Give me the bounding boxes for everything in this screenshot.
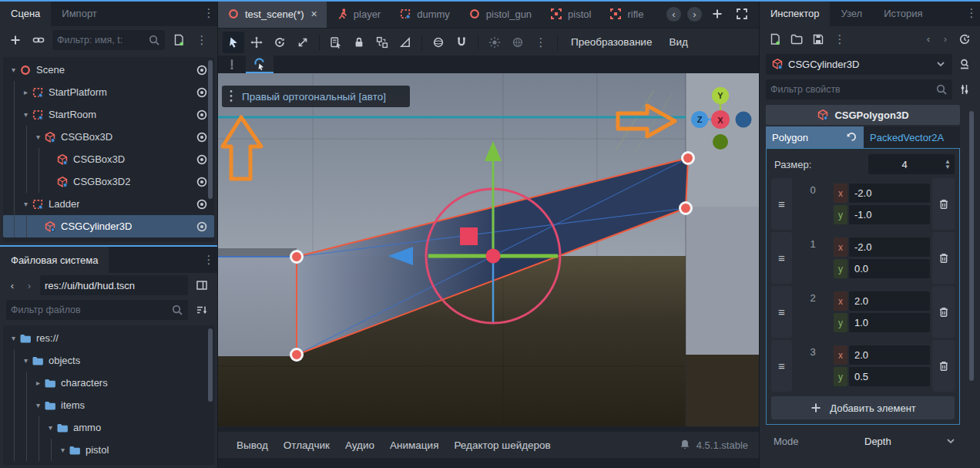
bottom-panel-отладчик[interactable]: Отладчик <box>276 432 337 458</box>
subtab-edit-mode[interactable] <box>246 56 274 73</box>
point-y-value[interactable]: 0.5 <box>849 367 930 386</box>
scene-tree-menu-icon[interactable]: ⋮ <box>193 31 211 49</box>
next-scene-tab-icon[interactable]: › <box>687 7 702 22</box>
list-select-tool-button[interactable] <box>325 32 347 53</box>
visibility-eye-icon[interactable] <box>196 153 208 166</box>
mode-value[interactable]: Depth <box>864 436 945 447</box>
tab-filesystem[interactable]: Файловая система <box>0 247 109 273</box>
delete-point-button[interactable] <box>932 286 955 338</box>
history-forward-icon[interactable]: › <box>938 30 952 49</box>
add-element-button[interactable]: Добавить элемент <box>771 396 955 419</box>
sun-settings-button[interactable] <box>484 32 505 53</box>
scale-tool-button[interactable] <box>292 32 314 53</box>
scene-tab-player[interactable]: player <box>327 0 390 28</box>
scene-tab-dummy[interactable]: dummy <box>390 0 459 28</box>
tree-row-csgbox3d[interactable]: CSGBox3D <box>3 148 214 170</box>
save-resource-button[interactable] <box>809 30 827 49</box>
spinner-updown-icon[interactable]: ▲▼ <box>941 159 955 170</box>
group-node-button[interactable] <box>371 32 393 53</box>
tree-row-csgcylinder3d[interactable]: CSGCylinder3D <box>3 215 214 237</box>
local-space-button[interactable] <box>428 32 449 53</box>
lock-node-button[interactable] <box>348 32 370 53</box>
drag-handle-icon[interactable]: ≡ <box>771 178 792 230</box>
scene-dock-menu-icon[interactable]: ⋮ <box>200 0 217 26</box>
point-x-value[interactable]: -2.0 <box>849 183 930 203</box>
property-filter-input[interactable] <box>770 84 935 95</box>
polygon-property-type[interactable]: PackedVector2A <box>864 126 960 148</box>
fs-back-icon[interactable]: ‹ <box>6 276 18 295</box>
point-y-value[interactable]: 1.0 <box>849 313 930 332</box>
scene-filter-input[interactable] <box>57 35 148 45</box>
attach-script-button[interactable] <box>169 31 188 49</box>
instance-scene-button[interactable] <box>29 31 48 49</box>
tree-row-startplatform[interactable]: ▸StartPlatform <box>3 81 214 103</box>
tree-expand-arrow[interactable]: ▾ <box>45 423 56 432</box>
bottom-panel-анимация[interactable]: Анимация <box>382 432 446 458</box>
tree-row-items[interactable]: ▾items <box>3 394 214 416</box>
category-header[interactable]: CSGPolygon3D <box>766 105 960 125</box>
fs-filter-input[interactable] <box>11 305 171 315</box>
inspector-menu-icon[interactable]: ⋮ <box>963 0 980 26</box>
new-scene-tab-button[interactable] <box>708 5 727 23</box>
bell-icon[interactable] <box>679 439 691 451</box>
visibility-eye-icon[interactable] <box>196 176 208 188</box>
inspector-scrollbar[interactable] <box>969 111 974 381</box>
drag-handle-icon[interactable]: ≡ <box>771 340 792 392</box>
tree-expand-arrow[interactable]: ▾ <box>32 133 44 141</box>
viewport-label[interactable]: Правый ортогональный [авто] <box>222 86 410 107</box>
delete-point-button[interactable] <box>932 178 955 230</box>
fs-forward-icon[interactable]: › <box>23 276 35 295</box>
visibility-eye-icon[interactable] <box>196 221 208 233</box>
prev-scene-tab-icon[interactable]: ‹ <box>666 7 681 22</box>
tab-history[interactable]: История <box>873 0 933 26</box>
move-tool-button[interactable] <box>246 32 267 53</box>
array-size-spinner[interactable]: 4 ▲▼ <box>868 154 955 174</box>
tree-expand-arrow[interactable]: ▾ <box>20 356 32 365</box>
bottom-panel-аудио[interactable]: Аудио <box>337 432 382 458</box>
tree-expand-arrow[interactable]: ▾ <box>8 334 19 342</box>
rotate-tool-button[interactable] <box>269 32 290 53</box>
scene-tab-rifle[interactable]: rifle <box>600 0 653 28</box>
open-docs-button[interactable] <box>955 55 974 73</box>
polygon-property-label[interactable]: Polygon <box>766 126 864 148</box>
tree-collapse-arrow[interactable]: ▸ <box>32 379 44 387</box>
tree-row-objects[interactable]: ▾objects <box>3 349 214 372</box>
scene-tab-testscene[interactable]: test_scene(*)× <box>218 0 327 28</box>
point-y-value[interactable]: 0.0 <box>849 259 930 278</box>
scene-tab-pistolgun[interactable]: pistol_gun <box>459 0 541 28</box>
revert-icon[interactable] <box>845 131 858 143</box>
delete-point-button[interactable] <box>932 232 955 284</box>
tree-row-scene[interactable]: ▾Scene <box>3 59 214 81</box>
tab-scene[interactable]: Сцена <box>0 0 51 26</box>
tree-expand-arrow[interactable]: ▾ <box>32 401 44 409</box>
visibility-eye-icon[interactable] <box>196 64 208 76</box>
tree-row-csgbox3d[interactable]: ▾CSGBox3D <box>3 126 214 148</box>
sun-env-menu-icon[interactable]: ⋮ <box>530 32 552 53</box>
tree-expand-arrow[interactable]: ▾ <box>20 110 32 119</box>
tree-row-ammo[interactable]: ▾ammo <box>3 416 214 439</box>
tree-row-ladder[interactable]: ▾Ladder <box>3 193 214 215</box>
tab-node[interactable]: Узел <box>830 0 873 26</box>
point-x-value[interactable]: 2.0 <box>849 291 930 311</box>
drag-handle-icon[interactable]: ≡ <box>771 232 792 284</box>
close-tab-icon[interactable]: × <box>311 8 317 20</box>
chevron-down-icon[interactable] <box>945 435 957 447</box>
point-x-value[interactable]: 2.0 <box>849 345 930 365</box>
visibility-eye-icon[interactable] <box>196 131 208 143</box>
tree-row-characters[interactable]: ▸characters <box>3 372 214 394</box>
property-tools-icon[interactable] <box>955 80 974 99</box>
subtab-pivot[interactable] <box>218 56 246 73</box>
snap-toggle-button[interactable] <box>451 32 472 53</box>
tree-row-res://[interactable]: ▾res:// <box>3 327 214 349</box>
new-resource-button[interactable] <box>766 30 784 49</box>
drag-handle-icon[interactable]: ≡ <box>771 286 792 338</box>
gizmo-plane-handle[interactable] <box>460 227 478 245</box>
tree-row-pistol[interactable]: ▾pistol <box>3 439 214 461</box>
delete-point-button[interactable] <box>932 340 955 392</box>
scene-tab-pistol[interactable]: pistol <box>541 0 600 28</box>
tab-inspector[interactable]: Инспектор <box>760 0 830 26</box>
tree-collapse-arrow[interactable]: ▸ <box>20 88 32 96</box>
add-node-button[interactable] <box>6 31 25 49</box>
tab-import[interactable]: Импорт <box>51 0 107 26</box>
history-back-icon[interactable]: ‹ <box>921 30 935 49</box>
